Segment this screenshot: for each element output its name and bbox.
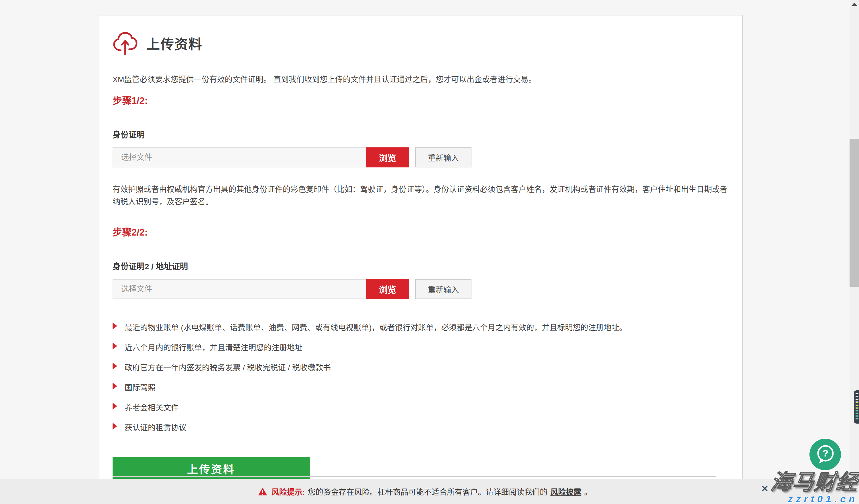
- risk-warning-bar: 风险提示: 您的资金存在风险。杠杆商品可能不适合所有客户。请详细阅读我们的风险披…: [0, 479, 849, 504]
- stripe-segment-teal: [856, 410, 858, 421]
- address-proof-label: 身份证明2 / 地址证明: [112, 260, 729, 272]
- risk-disclosure-link[interactable]: 风险披露: [551, 486, 582, 497]
- upload-documents-page: 上传资料 XM监管必须要求您提供一份有效的文件证明。 直到我们收到您上传的文件并…: [0, 0, 859, 504]
- help-chat-button[interactable]: ?: [810, 439, 841, 470]
- list-item-text: 养老金相关文件: [125, 401, 179, 413]
- risk-warning-label: 风险提示:: [272, 486, 305, 497]
- side-stripe-widget[interactable]: [854, 390, 859, 424]
- file-row-1: 浏览 重新输入: [112, 147, 729, 168]
- reset-button-2[interactable]: 重新输入: [415, 279, 471, 299]
- bullet-marker-icon: [112, 383, 117, 390]
- stripe-segment-yellow: [856, 402, 858, 410]
- file-row-2: 浏览 重新输入: [112, 279, 729, 299]
- footer-divider: [112, 476, 716, 477]
- scrollbar-thumb[interactable]: [849, 139, 859, 287]
- risk-warning-text: 您的资金存在风险。杠杆商品可能不适合所有客户。请详细阅读我们的: [308, 486, 548, 497]
- cloud-upload-icon: [112, 30, 138, 56]
- file-input-1[interactable]: [112, 147, 409, 168]
- list-item-text: 获认证的租赁协议: [125, 422, 186, 433]
- browse-button-1[interactable]: 浏览: [366, 147, 409, 168]
- close-icon[interactable]: ×: [761, 483, 768, 494]
- step-2-heading: 步骤2/2:: [112, 225, 729, 238]
- page-title: 上传资料: [146, 33, 202, 53]
- bullet-marker-icon: [112, 423, 117, 429]
- svg-text:?: ?: [823, 447, 829, 458]
- identity-proof-label: 身份证明: [112, 128, 729, 140]
- risk-warning-suffix: 。: [584, 486, 592, 497]
- list-item: 获认证的租赁协议: [112, 422, 729, 433]
- bullet-marker-icon: [112, 322, 117, 329]
- scroll-up-icon[interactable]: [851, 3, 858, 6]
- list-item: 最近的物业账单 (水电煤账单、话费账单、油费、网费、或有线电视账单)，或者银行对…: [112, 321, 729, 333]
- browse-button-2[interactable]: 浏览: [366, 279, 409, 299]
- title-row: 上传资料: [112, 30, 729, 56]
- identity-proof-description: 有效护照或者由权威机构官方出具的其他身份证件的彩色复印件（比如：驾驶证，身份证等…: [112, 184, 729, 208]
- reset-button-1[interactable]: 重新输入: [415, 147, 471, 168]
- list-item: 近六个月内的银行账单，并且清楚注明您的注册地址: [112, 342, 729, 352]
- warning-icon: [258, 487, 268, 496]
- list-item-text: 政府官方在一年内签发的税务发票 / 税收完税证 / 税收缴款书: [125, 361, 331, 373]
- list-item-text: 最近的物业账单 (水电煤账单、话费账单、油费、网费、或有线电视账单)，或者银行对…: [125, 321, 627, 333]
- list-item: 政府官方在一年内签发的税务发票 / 税收完税证 / 税收缴款书: [112, 361, 729, 373]
- upload-card: 上传资料 XM监管必须要求您提供一份有效的文件证明。 直到我们收到您上传的文件并…: [99, 15, 743, 479]
- bullet-marker-icon: [112, 403, 117, 410]
- upload-submit-button[interactable]: 上传资料: [112, 457, 310, 479]
- step-1-heading: 步骤1/2:: [112, 93, 729, 107]
- intro-text: XM监管必须要求您提供一份有效的文件证明。 直到我们收到您上传的文件并且认证通过…: [112, 73, 729, 84]
- list-item: 养老金相关文件: [112, 401, 729, 413]
- bullet-marker-icon: [112, 363, 117, 369]
- scrollbar-track[interactable]: [849, 0, 859, 504]
- stripe-segment-white: [856, 393, 858, 402]
- file-input-2[interactable]: [112, 279, 409, 299]
- bullet-marker-icon: [112, 343, 117, 349]
- help-chat-icon: ?: [810, 439, 841, 470]
- list-item: 国际驾照: [112, 381, 729, 393]
- file-box-2: 浏览: [112, 279, 409, 299]
- list-item-text: 国际驾照: [125, 381, 155, 393]
- accepted-documents-list: 最近的物业账单 (水电煤账单、话费账单、油费、网费、或有线电视账单)，或者银行对…: [112, 321, 729, 433]
- file-box-1: 浏览: [112, 147, 409, 168]
- list-item-text: 近六个月内的银行账单，并且清楚注明您的注册地址: [125, 342, 302, 352]
